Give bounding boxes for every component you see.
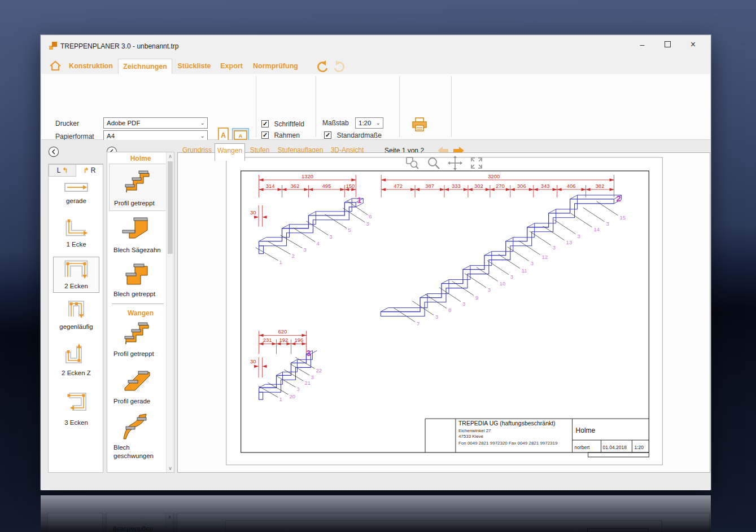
- wangen-item-blech-geschwungen[interactable]: Blech geschwungen: [109, 410, 166, 466]
- svg-text:3: 3: [311, 374, 313, 380]
- shape-item-gerade[interactable]: gerade: [49, 179, 104, 214]
- holme-item-label: Blech getreppt: [113, 290, 168, 298]
- shape-item-2-ecken-selected[interactable]: 2 Ecken: [53, 257, 99, 293]
- svg-text:3: 3: [296, 386, 299, 392]
- pan-icon[interactable]: [448, 156, 465, 170]
- schriftfeld-checkbox[interactable]: ✓ Schriftfeld: [261, 118, 304, 127]
- svg-text:2: 2: [291, 253, 294, 259]
- minimize-button[interactable]: –: [630, 36, 655, 54]
- view-tab-wangen[interactable]: Wangen: [215, 143, 245, 161]
- svg-text:6: 6: [369, 213, 372, 219]
- collapse-left-panel-button[interactable]: [48, 146, 59, 157]
- shape-item-label: 3 Ecken: [49, 419, 104, 426]
- home-icon[interactable]: [49, 60, 62, 71]
- svg-text:Eichenwinkel 27: Eichenwinkel 27: [458, 428, 491, 433]
- svg-text:362: 362: [291, 183, 300, 189]
- one-corner-arrow-icon: [63, 217, 89, 238]
- fit-view-icon[interactable]: [469, 156, 486, 170]
- magnifier-icon[interactable]: [426, 156, 443, 170]
- svg-text:3: 3: [606, 221, 609, 227]
- svg-text:2: 2: [616, 194, 620, 203]
- papierformat-select-value: A4: [107, 133, 115, 139]
- svg-text:15: 15: [619, 214, 626, 221]
- scroll-down-icon[interactable]: ∨: [167, 465, 174, 471]
- drucker-select[interactable]: Adobe PDF ⌄: [103, 117, 208, 129]
- svg-text:Fon 0049 2821 9972320 Fax 004: Fon 0049 2821 9972320 Fax 0049 2821 9972…: [458, 441, 558, 446]
- redo-icon[interactable]: [333, 60, 346, 72]
- svg-text:406: 406: [567, 183, 576, 189]
- wangen-item-label: Profil getreppt: [113, 350, 168, 358]
- svg-text:495: 495: [322, 183, 331, 189]
- rahmen-checkbox[interactable]: ✓ Rahmen: [261, 130, 300, 139]
- tab-stueckliste[interactable]: Stückliste: [173, 59, 215, 74]
- rahmen-label: Rahmen: [274, 131, 299, 139]
- svg-text:norbert: norbert: [575, 445, 590, 450]
- maximize-button[interactable]: [655, 36, 680, 54]
- svg-text:8: 8: [448, 307, 451, 314]
- massstab-select[interactable]: 1:20 ⌄: [355, 117, 383, 129]
- holme-item-label: Blech Sägezahn: [113, 246, 168, 254]
- hook-left-icon: ↰: [62, 166, 68, 174]
- svg-text:3: 3: [553, 244, 556, 250]
- app-logo-icon: [49, 41, 58, 51]
- workspace: Grundriss Wangen Stufen Stufenauflagen 3…: [41, 140, 710, 490]
- zoom-region-icon[interactable]: [405, 156, 422, 170]
- shape-item-2-ecken-z[interactable]: 2 Ecken Z: [49, 338, 104, 383]
- shape-item-gegenlaeufig[interactable]: gegenläufig: [49, 296, 104, 336]
- checkbox-box: ✓: [261, 120, 269, 127]
- svg-text:314: 314: [266, 183, 275, 189]
- svg-text:A: A: [221, 131, 226, 139]
- wangen-item-profil-getreppt[interactable]: Profil getreppt: [109, 318, 166, 361]
- tab-direction-right[interactable]: ↱ R: [76, 164, 103, 177]
- holme-item-profil-getreppt[interactable]: Profil getreppt: [109, 164, 167, 211]
- ribbon-tab-bar: Konstruktion Zeichnungen Stückliste Expo…: [41, 57, 710, 74]
- title-bar[interactable]: TREPPENPLANER 3.0 - unbenannt.trp – ×: [41, 36, 710, 57]
- group-separator: [451, 76, 452, 137]
- drucker-select-value: Adobe PDF: [107, 120, 140, 126]
- svg-text:3: 3: [531, 260, 534, 266]
- standardmasse-checkbox[interactable]: ✓ Standardmaße: [324, 130, 382, 139]
- two-corners-arrow-icon: [63, 259, 89, 280]
- scrollbar-thumb[interactable]: [168, 161, 173, 254]
- maximize-icon: [665, 41, 671, 47]
- holme-item-blech-saegezahn[interactable]: Blech Sägezahn: [109, 212, 166, 257]
- svg-text:4: 4: [316, 240, 319, 247]
- shape-item-3-ecken[interactable]: 3 Ecken: [49, 388, 104, 433]
- wangen-section-header: Wangen: [107, 309, 174, 317]
- drawing-viewport[interactable]: 1320 314 362 495 150 30: [177, 152, 710, 473]
- svg-text:387: 387: [425, 183, 434, 189]
- close-button[interactable]: ×: [680, 36, 706, 54]
- tab-normpruefung[interactable]: Normprüfung: [248, 59, 303, 74]
- group-separator: [316, 76, 316, 137]
- svg-text:196: 196: [295, 337, 304, 343]
- svg-text:343: 343: [541, 183, 550, 189]
- tab-konstruktion[interactable]: Konstruktion: [65, 59, 117, 74]
- wangen-item-label: Profil gerade: [113, 397, 168, 406]
- hook-right-icon: ↱: [83, 166, 89, 174]
- blech-geschwungen-icon: [121, 411, 153, 442]
- tab-direction-left[interactable]: L ↰: [49, 164, 76, 177]
- svg-text:150: 150: [346, 183, 355, 189]
- scroll-up-icon[interactable]: ∧: [167, 153, 174, 159]
- svg-text:14: 14: [594, 226, 600, 232]
- u-turn-arrow-icon: [63, 298, 89, 320]
- undo-icon[interactable]: [316, 60, 329, 72]
- tab-zeichnungen[interactable]: Zeichnungen: [118, 59, 172, 74]
- svg-text:472: 472: [394, 183, 403, 189]
- holme-panel-scrollbar[interactable]: ∧ ∨: [166, 152, 174, 472]
- drucker-label: Drucker: [55, 120, 79, 127]
- svg-text:620: 620: [278, 328, 287, 335]
- wangen-item-profil-gerade[interactable]: Profil gerade: [109, 362, 166, 408]
- svg-text:TREPEDIA UG (haftungsbeschränk: TREPEDIA UG (haftungsbeschränkt): [458, 420, 556, 427]
- shape-item-1-ecke[interactable]: 1 Ecke: [49, 216, 104, 253]
- svg-text:12: 12: [542, 254, 548, 260]
- svg-text:3: 3: [435, 314, 438, 320]
- massstab-select-value: 1:20: [359, 120, 371, 126]
- holme-item-blech-getreppt[interactable]: Blech getreppt: [109, 258, 166, 301]
- papierformat-label: Papierformat: [55, 133, 94, 140]
- group-separator: [399, 76, 400, 137]
- group-separator: [256, 76, 256, 137]
- holme-panel: Holme Profil getreppt Blech Sägezahn: [107, 152, 174, 473]
- svg-text:302: 302: [474, 183, 483, 189]
- tab-export[interactable]: Export: [216, 59, 247, 74]
